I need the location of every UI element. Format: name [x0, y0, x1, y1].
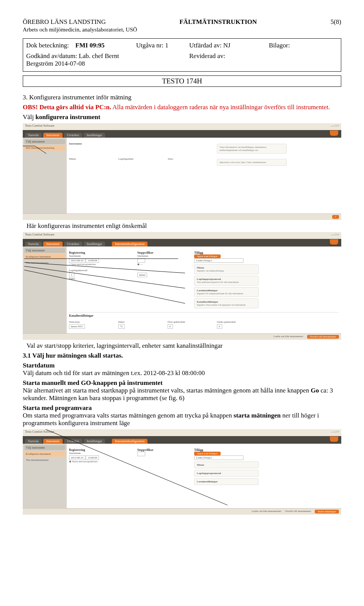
sshot2-tab-konf[interactable]: Instrumentkonfiguration	[112, 242, 147, 246]
sshot2-reg-lag-val[interactable]: 1	[69, 273, 74, 277]
sshot3-reg-sttid[interactable]: 13:00:00	[86, 455, 99, 460]
org-name: ÖREBRO LÄNS LANDSTING	[23, 18, 106, 26]
sshot2-g-kan: Kanalinställningar	[69, 314, 93, 317]
s31-heading: 3.1 Välj hur mätningen skall startas.	[23, 352, 341, 360]
page-number: 5(8)	[331, 18, 341, 26]
sshot2-stopp-slut-l: Slutdatum	[137, 254, 183, 257]
sshot2-kan-sp-l: Sensortyp	[69, 320, 107, 323]
sshot2-tab-utv[interactable]: Utvärdera	[64, 242, 82, 246]
sshot3-tab-inst[interactable]: Inställningar	[84, 439, 105, 444]
sshot3-tab-konf[interactable]: Instrumentkonfiguration	[112, 439, 147, 444]
sshot2-stopp-slut[interactable]	[137, 258, 145, 263]
sshot3-foot-start[interactable]: Starta mätningen	[315, 510, 339, 513]
sshot2-right-lagr: Lagringsprogramrad	[197, 278, 221, 281]
sshot2-right-kanal-t: Signaler visas nedan och upprepas via in…	[197, 303, 246, 306]
obs-warn: Alla mätvärden i dataloggern raderas när…	[113, 104, 330, 111]
sshot3-stopp-val[interactable]	[137, 452, 145, 456]
sshot1-winctl: — □ ×	[331, 124, 339, 129]
sshot2-g-stopp: Stoppvillkor	[137, 251, 154, 254]
sshot2-kan-sp[interactable]: Intern NTC	[69, 324, 85, 329]
sshot3-reg-stdatum[interactable]: 2012-08-23	[69, 455, 85, 460]
sshot2-g-reg: Registrering	[69, 251, 85, 254]
sshot2-side-status[interactable]: Visa instrumentstatus	[24, 260, 65, 265]
sshot2-tab-start[interactable]: Startsida	[25, 242, 42, 246]
s31-go-h: Starta manuellt med GO-knappen på instru…	[23, 379, 163, 386]
sshot3-tab-start[interactable]: Startsida	[25, 439, 42, 444]
sshot1-p-instr: Instrument	[69, 142, 107, 145]
sshot2-side-konf[interactable]: Konfigurera instrument	[24, 254, 65, 259]
sshot3-winctl: — □ ×	[331, 430, 339, 435]
sshot3-foot-transfer[interactable]: Överför till instrumentet	[285, 510, 311, 513]
sshot3-side-head: Välj instrument	[24, 445, 65, 450]
sshot3-tab-utv[interactable]: Utvärdera	[64, 439, 82, 444]
sshot2-kan-ovre[interactable]: 0	[168, 324, 173, 329]
sshot2-stopp-radio[interactable]: —	[140, 263, 143, 266]
sshot1-p-minne: Minne	[69, 157, 107, 160]
rev-label: Reviderad av:	[189, 52, 261, 68]
sshot3-side-status[interactable]: Visa instrumentstatus	[24, 457, 65, 463]
sshot2-title: Testo Comfort Software	[25, 233, 54, 238]
sshot1-testo-logo	[330, 130, 338, 136]
obs-pc: Detta görs alltid via PC:n.	[39, 104, 111, 111]
sshot3-right-larm: Larminställningar	[197, 480, 218, 483]
sshot3-till-h: Tillägg	[194, 448, 203, 452]
sshot2-tab-instr[interactable]: Instrument	[43, 242, 63, 246]
caption-1: Här konfigureras instrumentet enligt öns…	[27, 222, 341, 230]
sshot1-tab-utv[interactable]: Utvärdera	[64, 133, 82, 138]
bil-label: Bilagor:	[269, 42, 295, 49]
s31-sd-body: Välj datum och tid för start av mätninge…	[23, 369, 205, 377]
sshot3-foot-reload[interactable]: Ladda om från instrumentet	[252, 510, 281, 513]
sshot1-side-head: Välj instrument	[24, 139, 65, 144]
sshot2-right-minne-t: Signaler om minnesläckage	[197, 269, 224, 272]
sshot3-title: Testo Comfort Software	[25, 430, 54, 435]
screenshot-1-anno: Testo Comfort Software— □ × Startsida In…	[23, 123, 341, 220]
sshot2-reg-sttid[interactable]: 13:00:00	[86, 258, 99, 263]
sub-org: Arbets och miljömedicin, analyslaborator…	[23, 27, 341, 33]
sshot2-winctl: — □ ×	[331, 233, 339, 238]
sshot2-foot-reload[interactable]: Ladda om från instrumentet	[274, 335, 303, 339]
sshot2-reg-startprog[interactable]: Start med programvara	[71, 263, 96, 266]
utf-label: Utfärdad av: NJ	[189, 42, 261, 49]
sshot1-info1: Visar information om inställningar, minn…	[220, 146, 267, 151]
sshot2-kan-en[interactable]: °C	[118, 324, 125, 329]
valj-bold: konfigurera instrument	[36, 113, 100, 121]
sshot2-right-save[interactable]: Spara som förlagor	[194, 254, 221, 258]
sshot1-p-lagr: Lagringsenhet	[118, 157, 156, 160]
sshot2-right-minne: Minne	[197, 266, 204, 269]
sshot2-kan-ovre-l: Övre gränsvärde	[168, 320, 206, 323]
sshot1-tab-instr[interactable]: Instrument	[43, 133, 63, 138]
dok-label: Dok beteckning:	[26, 42, 69, 49]
sshot2-reg-stdatum[interactable]: 2012-08-23	[69, 258, 85, 263]
sshot3-testo-logo	[330, 436, 338, 442]
utg-label: Utgåva nr: 1	[136, 42, 182, 49]
sshot2-tab-inst[interactable]: Inställningar	[84, 242, 105, 246]
sshot2-right-load[interactable]: Ladda förlagor	[194, 258, 243, 263]
screenshot-3-anno: Testo Comfort Software— □ × Startsida In…	[23, 429, 341, 515]
doc-title: FÄLTMÄTINSTRUKTION	[179, 18, 257, 26]
sshot2-reg-min[interactable]: minut	[137, 273, 147, 277]
screenshot-2: Testo Comfort Software— □ × Startsida In…	[23, 232, 341, 340]
sshot1-tab-inst[interactable]: Inställningar	[84, 133, 105, 138]
sshot2-kan-und[interactable]: 0	[217, 324, 222, 329]
screenshot-2-anno: Testo Comfort Software— □ × Startsida In…	[23, 232, 341, 340]
sshot1-footer-btn[interactable]: •	[332, 215, 339, 219]
sshot3-reg-radio[interactable]: Starta med programvara	[72, 460, 98, 463]
godkand-label: Godkänd av/datum:	[26, 52, 77, 60]
sshot2-right-lagr-t: Visa mätsessionsperiod för alla instrume…	[197, 281, 238, 283]
sshot3-right-lagr: Lagringsprogramrad	[197, 472, 221, 475]
sshot3-right-save[interactable]: Spara som förlagor	[194, 452, 221, 455]
section-3: 3. Konfigurera instrumentet inför mätnin…	[23, 94, 341, 121]
sshot2-reg-stdatum-l: Startdatum	[69, 254, 126, 257]
sshot3-right-load[interactable]: Ladda förlagor	[194, 455, 243, 460]
sshot3-tab-instr[interactable]: Instrument	[43, 439, 63, 444]
sshot2-reg-enhet-l: Enhet	[69, 277, 126, 280]
sshot3-side-konf[interactable]: Konfigurera instrument	[24, 451, 65, 457]
obs-label: OBS!	[23, 104, 38, 111]
s31-sd: Startdatum	[23, 362, 55, 369]
sshot2-foot-transfer[interactable]: Överför till instrumentet	[307, 335, 339, 339]
sshot1-side-item-new[interactable]: Nytt instrument/anslutning	[24, 145, 65, 151]
sshot1-tab-start[interactable]: Startsida	[25, 133, 42, 138]
sshot1-title: Testo Comfort Software	[25, 124, 54, 129]
sshot1-p-testo: Testo	[168, 157, 206, 160]
s31-go-b1: När alternativet att starta med startkna…	[23, 387, 311, 394]
